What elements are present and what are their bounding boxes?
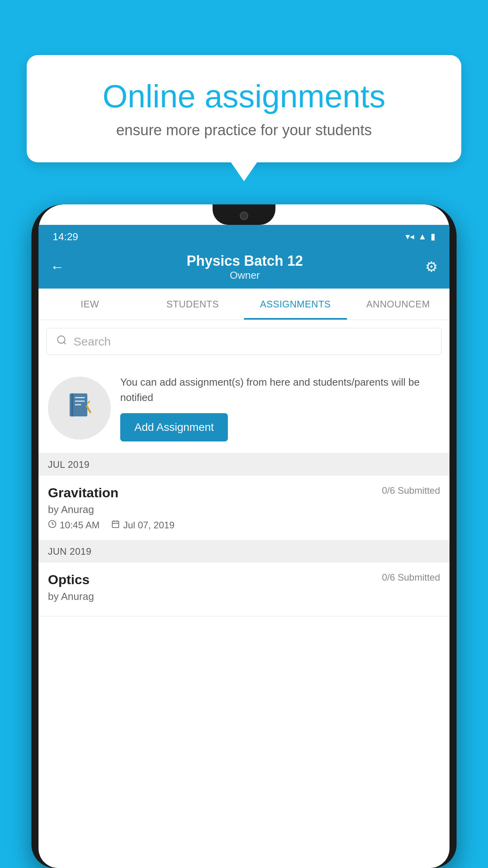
phone-frame: 14:29 ▾◂ ▲ ▮ ← Physics Batch 12 Owner ⚙ (31, 204, 457, 868)
assignment-time: 10:45 AM (60, 520, 99, 531)
promo-text: You can add assignment(s) from here and … (120, 375, 440, 405)
assignment-item-gravitation[interactable]: Gravitation 0/6 Submitted by Anurag 10:4… (39, 476, 449, 541)
meta-date: Jul 07, 2019 (111, 520, 174, 531)
svg-marker-8 (87, 401, 90, 404)
header-title: Physics Batch 12 (187, 253, 303, 269)
svg-rect-10 (112, 521, 119, 528)
tab-assignments[interactable]: ASSIGNMENTS (244, 289, 347, 320)
settings-button[interactable]: ⚙ (425, 259, 438, 275)
section-header-jun: JUN 2019 (39, 541, 449, 563)
speech-bubble-container: Online assignments ensure more practice … (27, 55, 461, 162)
back-button[interactable]: ← (50, 259, 64, 275)
assignment-submitted: 0/6 Submitted (382, 485, 440, 496)
assignment-by: by Anurag (48, 504, 440, 516)
header-center: Physics Batch 12 Owner (187, 253, 303, 281)
add-assignment-promo: You can add assignment(s) from here and … (39, 363, 449, 454)
svg-rect-3 (72, 394, 73, 417)
assignment-meta: 10:45 AM Jul 07, 2019 (48, 520, 440, 531)
status-icons: ▾◂ ▲ ▮ (405, 232, 435, 242)
assignment-top-row-optics: Optics 0/6 Submitted (48, 572, 440, 587)
svg-point-0 (58, 336, 65, 344)
assignment-by-optics: by Anurag (48, 590, 440, 603)
search-icon (56, 335, 67, 348)
bubble-title: Online assignments (54, 79, 434, 114)
svg-rect-6 (75, 404, 81, 405)
status-time: 14:29 (53, 231, 78, 243)
tabs-bar: IEW STUDENTS ASSIGNMENTS ANNOUNCEM (39, 289, 449, 320)
add-assignment-button[interactable]: Add Assignment (120, 413, 228, 441)
header-subtitle: Owner (187, 269, 303, 281)
calendar-icon (111, 520, 120, 531)
assignment-item-optics[interactable]: Optics 0/6 Submitted by Anurag (39, 563, 449, 616)
notebook-icon (65, 391, 94, 425)
phone-notch (213, 204, 275, 225)
assignment-submitted-optics: 0/6 Submitted (382, 572, 440, 583)
bubble-subtitle: ensure more practice for your students (54, 122, 434, 139)
search-bar[interactable]: Search (46, 328, 442, 355)
signal-icon: ▲ (418, 232, 427, 242)
section-header-jul: JUL 2019 (39, 454, 449, 476)
promo-content: You can add assignment(s) from here and … (120, 375, 440, 441)
assignment-top-row: Gravitation 0/6 Submitted (48, 485, 440, 500)
tab-announcements[interactable]: ANNOUNCEM (347, 289, 450, 320)
clock-icon (48, 520, 57, 531)
tab-students[interactable]: STUDENTS (141, 289, 244, 320)
app-header: ← Physics Batch 12 Owner ⚙ (39, 245, 449, 289)
speech-bubble: Online assignments ensure more practice … (27, 55, 461, 162)
assignment-name: Gravitation (48, 485, 118, 500)
screen-content: 14:29 ▾◂ ▲ ▮ ← Physics Batch 12 Owner ⚙ (39, 225, 449, 868)
tab-iew[interactable]: IEW (39, 289, 141, 320)
svg-rect-5 (75, 401, 85, 402)
wifi-icon: ▾◂ (405, 232, 414, 242)
promo-icon-circle (48, 377, 111, 440)
front-camera (240, 211, 248, 220)
svg-line-1 (64, 342, 66, 344)
battery-icon: ▮ (431, 232, 435, 242)
phone-screen: 14:29 ▾◂ ▲ ▮ ← Physics Batch 12 Owner ⚙ (39, 204, 449, 868)
search-container: Search (39, 320, 449, 363)
assignment-name-optics: Optics (48, 572, 90, 587)
search-placeholder: Search (73, 335, 111, 348)
assignment-date: Jul 07, 2019 (123, 520, 174, 531)
status-bar: 14:29 ▾◂ ▲ ▮ (39, 225, 449, 245)
svg-rect-4 (75, 397, 85, 398)
meta-time: 10:45 AM (48, 520, 99, 531)
